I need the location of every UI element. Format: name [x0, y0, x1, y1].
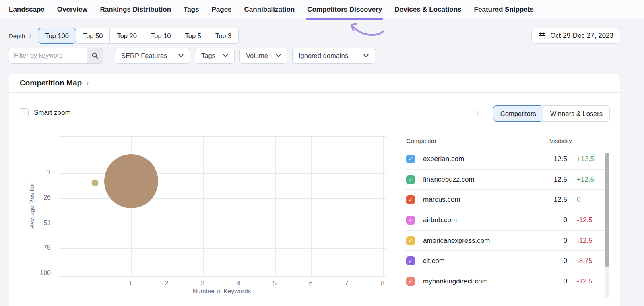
- x-tick-label: 8: [376, 280, 390, 287]
- competitor-checkbox[interactable]: ✓: [406, 195, 415, 204]
- depth-segmented-control: Top 100Top 50Top 20Top 10Top 5Top 3: [38, 28, 239, 44]
- depth-option-top-50[interactable]: Top 50: [76, 28, 110, 44]
- filter-dropdown-serp-features[interactable]: SERP Features: [115, 48, 190, 64]
- filter-dropdown-volume[interactable]: Volume: [239, 48, 287, 64]
- competitor-domain: marcus.com: [423, 196, 539, 204]
- view-option-winners-losers[interactable]: Winners & Losers: [543, 105, 610, 122]
- gridline: [275, 137, 276, 276]
- tab-rankings-distribution[interactable]: Rankings Distribution: [100, 0, 171, 19]
- chevron-down-icon: [178, 54, 184, 57]
- competitor-domain: experian.com: [423, 155, 539, 163]
- smart-zoom-checkbox[interactable]: [20, 108, 29, 117]
- tab-landscape[interactable]: Landscape: [9, 0, 45, 19]
- competitor-checkbox[interactable]: ✓: [406, 175, 415, 184]
- competitor-checkbox[interactable]: ✓: [406, 256, 415, 265]
- tab-overview[interactable]: Overview: [57, 0, 88, 19]
- checkmark-icon: ✓: [409, 176, 413, 182]
- competitor-row-experian-com[interactable]: ✓experian.com12.5+12.5: [405, 149, 609, 170]
- gridline: [203, 137, 204, 276]
- checkmark-icon: ✓: [409, 238, 413, 244]
- competitor-domain: mybankingdirect.com: [423, 277, 539, 285]
- filter-dropdown-ignored-domains[interactable]: Ignored domains: [292, 48, 375, 64]
- visibility-diff: +12.5: [577, 155, 609, 163]
- visibility-value: 12.5: [539, 176, 567, 184]
- visibility-value: 0: [539, 257, 567, 265]
- competitor-row-mybankingdirect-com[interactable]: ✓mybankingdirect.com0-12.5: [405, 271, 609, 292]
- competitor-checkbox[interactable]: ✓: [406, 216, 415, 225]
- x-tick-label: 6: [304, 280, 318, 287]
- y-tick-label: 26: [30, 194, 51, 201]
- card-divider: [9, 92, 620, 93]
- date-range-label: Oct 29-Dec 27, 2023: [550, 32, 613, 40]
- y-tick-label: 100: [30, 269, 51, 277]
- competitor-row-americanexpress-com[interactable]: ✓americanexpress.com0-12.5: [405, 231, 609, 251]
- depth-option-top-100[interactable]: Top 100: [38, 28, 76, 44]
- tab-cannibalization[interactable]: Cannibalization: [244, 0, 295, 19]
- tab-pages[interactable]: Pages: [211, 0, 231, 19]
- competitor-bubble[interactable]: [104, 154, 158, 208]
- view-toggle-area: i CompetitorsWinners & Losers: [476, 105, 610, 122]
- x-tick-label: 2: [160, 280, 173, 287]
- view-toggle-info-icon[interactable]: i: [476, 110, 478, 118]
- table-scrollbar: [605, 153, 609, 298]
- depth-option-top-5[interactable]: Top 5: [178, 28, 208, 44]
- visibility-value: 12.5: [539, 196, 567, 204]
- depth-option-top-3[interactable]: Top 3: [208, 28, 239, 44]
- table-scrollbar-thumb[interactable]: [605, 153, 609, 267]
- competitor-row-financebuzz-com[interactable]: ✓financebuzz.com12.5+12.5: [405, 170, 609, 190]
- keyword-filter: [9, 48, 103, 64]
- x-tick-label: 4: [232, 280, 246, 287]
- tab-tags[interactable]: Tags: [184, 0, 199, 19]
- visibility-diff: 0: [577, 196, 609, 204]
- visibility-diff: -12.5: [577, 237, 609, 245]
- depth-label: Depth: [9, 33, 25, 39]
- x-tick-label: 1: [124, 280, 138, 287]
- depth-info-icon[interactable]: i: [29, 32, 31, 40]
- filter-dropdown-label: Volume: [246, 52, 268, 60]
- y-tick-label: 1: [30, 169, 51, 176]
- card-title: Competition Map: [20, 79, 82, 87]
- checkmark-icon: ✓: [409, 258, 413, 264]
- x-tick-label: 3: [196, 280, 210, 287]
- competitor-bubble[interactable]: [92, 179, 99, 186]
- competitor-domain: airbnb.com: [423, 216, 539, 224]
- filter-dropdown-label: Tags: [201, 52, 215, 60]
- gridline: [59, 224, 386, 224]
- gridline: [239, 137, 239, 276]
- x-tick-label: 5: [268, 280, 282, 287]
- competitor-row-cit-com[interactable]: ✓cit.com0-8.75: [405, 251, 609, 271]
- competitor-row-marcus-com[interactable]: ✓marcus.com12.50: [405, 190, 609, 210]
- checkmark-icon: ✓: [409, 156, 413, 162]
- bubble-chart-plot-area: [59, 136, 386, 277]
- competitor-checkbox[interactable]: ✓: [406, 155, 415, 163]
- depth-option-top-20[interactable]: Top 20: [110, 28, 144, 44]
- tab-competitors-discovery[interactable]: Competitors Discovery: [307, 0, 382, 19]
- filter-row: SERP FeaturesTagsVolumeIgnored domains: [9, 48, 375, 64]
- smart-zoom-label: Smart zoom: [34, 109, 71, 117]
- tab-featured-snippets[interactable]: Featured Snippets: [474, 0, 534, 19]
- date-range-button[interactable]: Oct 29-Dec 27, 2023: [531, 28, 620, 44]
- depth-option-top-10[interactable]: Top 10: [144, 28, 178, 44]
- filter-dropdown-tags[interactable]: Tags: [195, 48, 235, 64]
- competitor-row-airbnb-com[interactable]: ✓airbnb.com0-12.5: [405, 210, 609, 231]
- visibility-value: 0: [539, 237, 567, 245]
- competition-map-info-icon[interactable]: i: [86, 79, 88, 87]
- view-option-competitors[interactable]: Competitors: [493, 105, 543, 122]
- visibility-diff: -12.5: [577, 277, 609, 285]
- gridline: [59, 198, 386, 199]
- competitor-checkbox[interactable]: ✓: [406, 277, 415, 286]
- keyword-filter-input[interactable]: [9, 48, 87, 64]
- checkmark-icon: ✓: [409, 217, 413, 223]
- tab-devices-locations[interactable]: Devices & Locations: [394, 0, 461, 19]
- checkmark-icon: ✓: [409, 197, 413, 203]
- competitor-domain: americanexpress.com: [423, 237, 539, 245]
- keyword-search-button[interactable]: [87, 48, 103, 64]
- competitor-checkbox[interactable]: ✓: [406, 236, 415, 245]
- x-axis-title: Number of Keywords: [193, 287, 251, 295]
- gridline: [383, 137, 384, 276]
- gridline: [59, 274, 386, 274]
- checkmark-icon: ✓: [409, 278, 413, 284]
- gridline: [347, 137, 347, 276]
- depth-control-row: Depth i Top 100Top 50Top 20Top 10Top 5To…: [9, 28, 239, 44]
- calendar-icon: [538, 32, 546, 40]
